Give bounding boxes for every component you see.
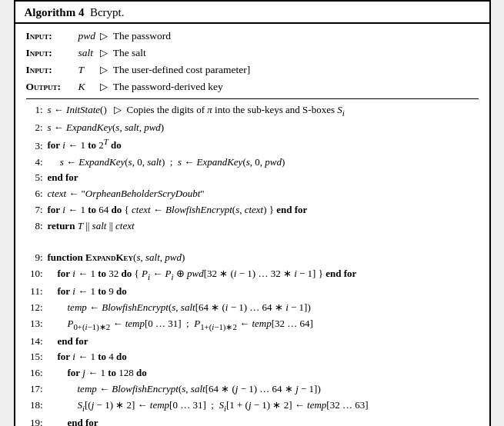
var-pwd: pwd: [78, 28, 100, 45]
line-10: 10: for i ← 1 to 32 do { Pi ← Pi ⊕ pwd[3…: [26, 266, 479, 284]
line-1: 1: s ← InitState() ▷ Copies the digits o…: [26, 102, 479, 120]
algorithm-label: Algorithm 4: [25, 6, 85, 18]
input-salt: Input: salt ▷ The salt: [26, 45, 479, 62]
line-16: 16: for j ← 1 to 128 do: [26, 365, 479, 381]
input-label-t: Input:: [26, 62, 78, 78]
line-15: 15: for i ← 1 to 4 do: [26, 349, 479, 365]
algorithm-number: 4: [78, 6, 85, 18]
line-18: 18: Si[(j − 1) ∗ 2] ← temp[0 … 31] ; Si[…: [26, 398, 479, 415]
var-k: K: [78, 79, 100, 95]
desc-t: ▷ The user-defined cost parameter]: [100, 62, 251, 78]
line-14: 14: end for: [26, 334, 479, 350]
desc-pwd: ▷ The password: [100, 28, 172, 45]
line-5: 5: end for: [26, 170, 479, 186]
var-salt: salt: [78, 45, 100, 62]
output-k: Output: K ▷ The password-derived key: [26, 79, 479, 95]
line-17: 17: temp ← BlowfishEncrypt(s, salt[64 ∗ …: [26, 381, 479, 398]
algorithm-header: Algorithm 4 Bcrypt.: [15, 2, 489, 24]
algorithm-box: Algorithm 4 Bcrypt. Input: pwd ▷ The pas…: [14, 0, 491, 426]
line-9: 9: function ExpandKey(s, salt, pwd): [26, 250, 479, 266]
line-blank: [26, 235, 479, 251]
line-12: 12: temp ← BlowfishEncrypt(s, salt[64 ∗ …: [26, 300, 479, 316]
input-pwd: Input: pwd ▷ The password: [26, 28, 479, 45]
input-label-salt: Input:: [26, 45, 78, 62]
input-label-pwd: Input:: [26, 28, 78, 45]
line-6: 6: ctext ← "OrpheanBeholderScryDoubt": [26, 186, 479, 202]
input-t: Input: T ▷ The user-defined cost paramet…: [26, 62, 479, 78]
line-4: 4: s ← ExpandKey(s, 0, salt) ; s ← Expan…: [26, 155, 479, 171]
desc-salt: ▷ The salt: [100, 45, 146, 62]
code-block: 1: s ← InitState() ▷ Copies the digits o…: [26, 102, 479, 426]
line-11: 11: for i ← 1 to 9 do: [26, 284, 479, 300]
line-7: 7: for i ← 1 to 64 do { ctext ← Blowfish…: [26, 202, 479, 218]
algorithm-name: Bcrypt.: [90, 6, 125, 18]
line-13: 13: P0+(i−1)∗2 ← temp[0 … 31] ; P1+(i−1)…: [26, 316, 479, 334]
var-t: T: [78, 62, 100, 78]
desc-k: ▷ The password-derived key: [100, 79, 223, 95]
line-19: 19: end for: [26, 415, 479, 426]
output-label-k: Output:: [26, 79, 78, 95]
line-8: 8: return T || salt || ctext: [26, 218, 479, 235]
algorithm-body: Input: pwd ▷ The password Input: salt ▷ …: [15, 24, 489, 426]
header-divider: [26, 98, 479, 99]
line-3: 3: for i ← 1 to 2T do: [26, 135, 479, 154]
line-2: 2: s ← ExpandKey(s, salt, pwd): [26, 120, 479, 136]
